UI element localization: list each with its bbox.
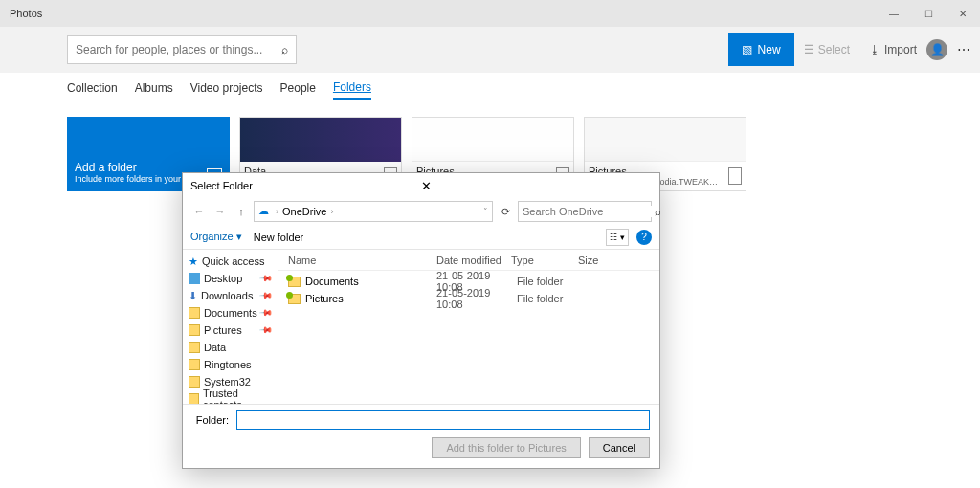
tree-desktop[interactable]: Desktop📌	[183, 270, 278, 287]
tree-ringtones[interactable]: Ringtones	[183, 356, 278, 373]
search-box[interactable]: ⌕	[67, 35, 297, 64]
breadcrumb-segment[interactable]: OneDrive	[282, 206, 326, 217]
window-title: Photos	[10, 8, 42, 19]
tree-documents[interactable]: Documents📌	[183, 304, 278, 322]
tree-trusted-contacts[interactable]: Trusted contacts	[183, 390, 278, 404]
folder-icon	[189, 393, 199, 404]
folder-thumbnail	[412, 118, 573, 162]
tree-data[interactable]: Data	[183, 339, 278, 356]
tree-pictures[interactable]: Pictures📌	[183, 322, 278, 339]
downloads-icon: ⬇	[189, 290, 197, 302]
import-icon: ⭳	[869, 43, 880, 56]
pin-icon: 📌	[259, 323, 274, 338]
maximize-button[interactable]: ☐	[911, 0, 946, 27]
column-date[interactable]: Date modified	[436, 255, 511, 266]
tab-folders[interactable]: Folders	[333, 80, 371, 100]
folder-icon	[189, 376, 200, 388]
folder-label: Folder:	[192, 414, 229, 426]
file-row[interactable]: Pictures 21-05-2019 10:08 File folder	[288, 290, 650, 307]
folder-icon	[288, 294, 301, 304]
search-icon: ⌕	[655, 206, 661, 217]
folder-icon	[288, 277, 301, 287]
nav-tabs: Collection Albums Video projects People …	[0, 73, 980, 107]
import-button[interactable]: ⭳ Import	[859, 33, 926, 66]
organize-button[interactable]: Organize ▾	[190, 231, 242, 243]
column-name[interactable]: Name	[288, 255, 436, 266]
folder-thumbnail	[240, 118, 401, 162]
dialog-close-button[interactable]: ✕	[421, 179, 652, 193]
window-titlebar: Photos — ☐ ✕	[0, 0, 980, 27]
dialog-footer: Folder: Add this folder to Pictures Canc…	[183, 404, 659, 468]
search-icon: ⌕	[281, 43, 288, 56]
pin-icon: 📌	[259, 306, 274, 321]
cancel-button[interactable]: Cancel	[589, 437, 650, 458]
refresh-button[interactable]: ⟳	[497, 206, 514, 218]
tab-albums[interactable]: Albums	[135, 81, 173, 99]
dialog-title: Select Folder	[190, 180, 421, 191]
onedrive-icon: ☁	[258, 205, 272, 218]
pin-icon: 📌	[259, 289, 274, 303]
star-icon: ★	[189, 255, 198, 268]
minimize-button[interactable]: —	[877, 0, 911, 27]
app-toolbar: ⌕ ▧ New ☰ Select ⭳ Import 👤 ⋯	[0, 27, 980, 73]
tree-downloads[interactable]: ⬇Downloads📌	[183, 287, 278, 304]
tab-collection[interactable]: Collection	[67, 81, 118, 99]
new-folder-button[interactable]: New folder	[254, 232, 304, 243]
help-button[interactable]: ?	[636, 230, 652, 245]
tab-video-projects[interactable]: Video projects	[190, 81, 263, 99]
column-headers[interactable]: Name Date modified Type Size	[278, 250, 659, 271]
column-size[interactable]: Size	[578, 255, 650, 266]
add-folder-button[interactable]: Add this folder to Pictures	[432, 437, 580, 458]
search-input[interactable]	[76, 43, 281, 56]
folder-thumbnail	[585, 118, 746, 162]
new-button[interactable]: ▧ New	[728, 33, 794, 66]
select-folder-dialog: Select Folder ✕ ← → ↑ ☁ › OneDrive › ˅ ⟳…	[182, 172, 660, 469]
tree-quick-access[interactable]: ★Quick access	[183, 253, 278, 270]
nav-forward-button[interactable]: →	[212, 206, 229, 217]
column-type[interactable]: Type	[511, 255, 578, 266]
dialog-titlebar: Select Folder ✕	[183, 173, 659, 198]
more-button[interactable]: ⋯	[947, 42, 980, 57]
view-options-button[interactable]: ☷ ▾	[606, 229, 629, 246]
new-label: New	[758, 43, 781, 56]
folder-icon	[189, 342, 200, 353]
file-list: Name Date modified Type Size Documents 2…	[278, 250, 659, 404]
close-button[interactable]: ✕	[946, 0, 980, 27]
breadcrumb-bar[interactable]: ☁ › OneDrive › ˅	[254, 201, 493, 222]
dialog-search-input[interactable]	[523, 206, 655, 217]
tab-people[interactable]: People	[280, 81, 316, 99]
select-button[interactable]: ☰ Select	[794, 33, 859, 66]
chevron-right-icon: ›	[276, 207, 278, 216]
folder-icon	[189, 359, 200, 370]
user-avatar[interactable]: 👤	[926, 39, 947, 60]
dialog-toolbar: Organize ▾ New folder ☷ ▾ ?	[183, 225, 659, 250]
dialog-address-bar: ← → ↑ ☁ › OneDrive › ˅ ⟳ ⌕	[183, 198, 659, 225]
nav-up-button[interactable]: ↑	[233, 206, 250, 217]
dialog-search-box[interactable]: ⌕	[518, 201, 652, 222]
nav-back-button[interactable]: ←	[190, 206, 208, 217]
desktop-icon	[189, 273, 200, 284]
folder-icon	[189, 324, 200, 336]
folder-tree[interactable]: ★Quick access Desktop📌 ⬇Downloads📌 Docum…	[183, 250, 278, 404]
folder-path-input[interactable]	[236, 410, 650, 430]
folder-icon	[728, 167, 742, 185]
chevron-down-icon[interactable]: ˅	[483, 207, 488, 216]
new-icon: ▧	[742, 43, 752, 56]
chevron-right-icon: ›	[330, 207, 333, 216]
select-icon: ☰	[804, 43, 814, 56]
pin-icon: 📌	[259, 272, 274, 286]
folder-icon	[189, 307, 200, 319]
